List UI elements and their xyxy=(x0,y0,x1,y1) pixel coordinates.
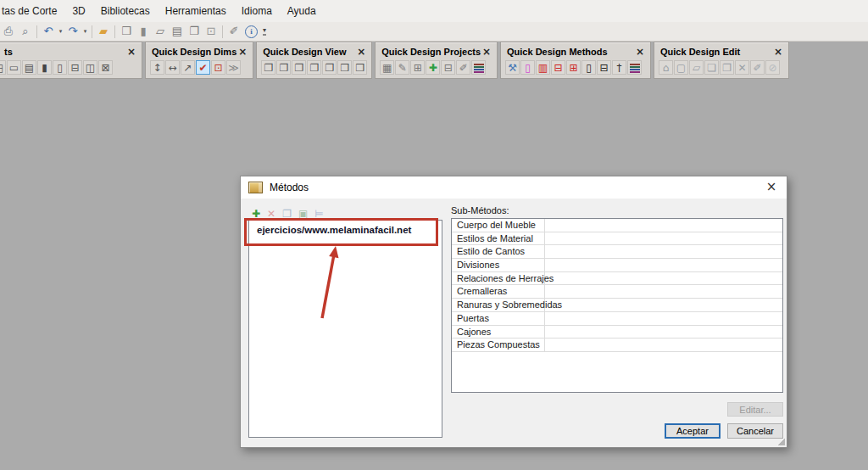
panel-quick-design-edit-close-icon[interactable]: × xyxy=(772,46,784,58)
cabinet-template-2-icon[interactable]: ◳ xyxy=(0,60,6,75)
sub-method-row[interactable]: Estilo de Cantos xyxy=(452,245,782,259)
dim-vertical-icon[interactable]: ↕ xyxy=(150,60,164,75)
edit-cube-a-icon[interactable]: ❏ xyxy=(704,60,719,75)
menu-libraries[interactable]: Bibliotecas xyxy=(93,0,158,22)
sub-method-name: Cuerpo del Mueble xyxy=(452,219,545,232)
project-add-icon[interactable]: ✚ xyxy=(426,60,440,75)
edit-trapezoid-icon[interactable]: ▱ xyxy=(689,60,704,75)
view-cube-3-icon[interactable]: ❐ xyxy=(292,60,306,75)
sub-method-row[interactable]: Cuerpo del Mueble xyxy=(452,219,782,232)
cabinet-template-5-icon[interactable]: ▮ xyxy=(37,60,52,75)
wand-icon[interactable]: ✐ xyxy=(225,23,242,40)
edit-brush-icon[interactable]: ✐ xyxy=(750,60,765,75)
sub-method-row[interactable]: Estilos de Material xyxy=(452,232,782,246)
methods-material-icon[interactable]: ▥ xyxy=(536,60,550,75)
methods-black-rect-icon[interactable]: ▯ xyxy=(581,60,596,75)
print-icon[interactable]: ⎙ xyxy=(0,23,17,40)
info-icon[interactable]: i xyxy=(245,25,258,38)
methods-layers-icon[interactable] xyxy=(627,60,642,75)
delete-method-icon[interactable]: ✕ xyxy=(267,209,275,219)
cylinder-view-icon[interactable]: ▮ xyxy=(135,23,152,40)
methods-red-split-icon[interactable]: ⊟ xyxy=(551,60,565,75)
dim-check-icon[interactable]: ✔ xyxy=(196,60,210,75)
sub-methods-list[interactable]: Cuerpo del MuebleEstilos de MaterialEsti… xyxy=(451,218,783,393)
methods-magenta-rect-icon[interactable]: ▯ xyxy=(520,60,535,75)
menu-help[interactable]: Ayuda xyxy=(280,0,324,22)
project-grid-icon[interactable]: ⊞ xyxy=(410,60,425,75)
methods-screw-icon[interactable]: † xyxy=(612,60,626,75)
cabinet-template-3-icon[interactable]: ▭ xyxy=(7,60,21,75)
sub-method-row[interactable]: Cajones xyxy=(452,326,782,339)
resize-grip[interactable] xyxy=(777,438,785,445)
panel-quick-design-dims-close-icon[interactable]: × xyxy=(236,46,248,58)
view-cube-4-icon[interactable]: ❐ xyxy=(307,60,321,75)
cabinet-template-4-icon[interactable]: ▤ xyxy=(22,60,36,75)
menu-language[interactable]: Idioma xyxy=(234,0,280,22)
dim-horizontal-icon[interactable]: ↔ xyxy=(165,60,180,75)
copy-method-icon[interactable]: ❐ xyxy=(282,209,292,219)
project-columns-icon[interactable]: ⊟ xyxy=(441,60,455,75)
add-method-icon[interactable]: ✚ xyxy=(252,209,260,219)
panel-icon-row: ↕↔↗✔⊡≫ xyxy=(146,59,253,78)
cancel-button[interactable]: Cancelar xyxy=(727,423,783,439)
project-pencil-icon[interactable]: ✎ xyxy=(395,60,409,75)
menu-cut-lists[interactable]: tas de Corte xyxy=(0,0,64,22)
project-pattern-icon[interactable]: ▦ xyxy=(380,60,394,75)
sub-method-row[interactable]: Relaciones de Herrajes xyxy=(452,272,782,286)
view-cube-1-icon[interactable]: ❐ xyxy=(261,60,275,75)
edit-cube-b-icon[interactable]: ❐ xyxy=(720,60,734,75)
export-icon[interactable]: ▰ xyxy=(95,23,112,40)
menu-tools[interactable]: Herramientas xyxy=(158,0,234,22)
project-layers-icon[interactable] xyxy=(471,60,486,75)
part-icon[interactable]: ⊡ xyxy=(203,23,220,40)
print-preview-icon[interactable]: ⌕ xyxy=(17,23,34,40)
methods-black-split-icon[interactable]: ⊟ xyxy=(597,60,611,75)
methods-red-grid-icon[interactable]: ⊞ xyxy=(566,60,581,75)
rename-method-icon[interactable]: ⊨ xyxy=(314,209,323,219)
undo-icon[interactable]: ↶ xyxy=(40,23,57,40)
redo-icon[interactable]: ↷ xyxy=(64,23,81,40)
cabinet-template-9-icon[interactable]: ⊠ xyxy=(98,60,113,75)
methods-layers-icon-stripes xyxy=(630,64,640,73)
methods-list[interactable]: ejercicios/www.melaminafacil.net xyxy=(248,220,442,438)
cabinet-template-8-icon[interactable]: ◫ xyxy=(83,60,97,75)
panel-quick-design-methods-close-icon[interactable]: × xyxy=(634,46,646,58)
menu-3d[interactable]: 3D xyxy=(64,0,92,22)
edit-pentagon-icon[interactable]: ⌂ xyxy=(659,60,673,75)
panel-quick-design-projects-close-icon[interactable]: × xyxy=(481,46,492,58)
methods-tools-icon[interactable]: ⚒ xyxy=(505,60,520,75)
view-cube-7-icon[interactable]: ❒ xyxy=(353,60,367,75)
edit-delete-icon[interactable]: ✕ xyxy=(735,60,749,75)
toolbar-overflow-icon[interactable]: ▾ xyxy=(263,28,266,36)
panel-quick-design-view-close-icon[interactable]: × xyxy=(355,46,367,58)
cube-outline-icon[interactable]: ❐ xyxy=(186,23,203,40)
edit-shape-icon[interactable]: ▢ xyxy=(674,60,688,75)
view-cube-6-icon[interactable]: ❒ xyxy=(337,60,352,75)
edit-disabled-icon[interactable]: ⊘ xyxy=(765,60,780,75)
menu-bar: tas de Corte3DBibliotecasHerramientasIdi… xyxy=(0,0,868,22)
sheet-2d-icon[interactable]: ▤ xyxy=(169,23,186,40)
dialog-close-icon[interactable]: × xyxy=(756,176,787,199)
view-cube-5-icon[interactable]: ❐ xyxy=(322,60,337,75)
method-item[interactable]: ejercicios/www.melaminafacil.net xyxy=(249,221,442,238)
cabinet-template-6-icon[interactable]: ▯ xyxy=(53,60,67,75)
dim-red-box-icon[interactable]: ⊡ xyxy=(211,60,225,75)
panel-title-bar: Quick Design Dims× xyxy=(146,42,253,59)
dim-diagonal-icon[interactable]: ↗ xyxy=(181,60,195,75)
panel-cabinets-close-icon[interactable]: × xyxy=(125,46,137,58)
project-wand-icon[interactable]: ✐ xyxy=(456,60,470,75)
cabinet-template-7-icon[interactable]: ⊟ xyxy=(68,60,82,75)
sub-method-row[interactable]: Cremalleras xyxy=(452,285,782,299)
sub-method-row[interactable]: Puertas xyxy=(452,312,782,326)
solid-view-icon[interactable]: ❒ xyxy=(118,23,135,40)
dim-arrowhead-icon[interactable]: ≫ xyxy=(226,60,241,75)
paste-method-icon[interactable]: ▣ xyxy=(298,209,308,219)
view-cube-2-icon[interactable]: ❐ xyxy=(276,60,291,75)
redo-dropdown-icon[interactable]: ▾ xyxy=(81,28,89,35)
plane-view-icon[interactable]: ▱ xyxy=(152,23,169,40)
accept-button[interactable]: Aceptar xyxy=(665,423,721,439)
sub-method-row[interactable]: Divisiones xyxy=(452,259,782,272)
sub-method-row[interactable]: Ranuras y Sobremedidas xyxy=(452,299,782,312)
sub-method-row[interactable]: Piezas Compuestas xyxy=(452,339,782,352)
undo-dropdown-icon[interactable]: ▾ xyxy=(57,28,64,35)
